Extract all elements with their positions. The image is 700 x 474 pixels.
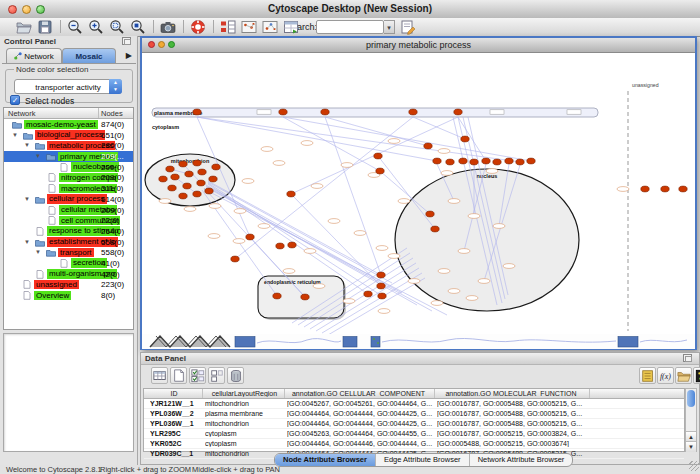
graph-node[interactable] — [159, 176, 167, 182]
table-row-YPL036W__2[interactable]: YPL036W__2plasma membrane[GO:0044464, GO… — [144, 409, 684, 419]
tree-row-cellular-metabo[interactable]: cellular metabo209(0) — [4, 205, 133, 216]
network-canvas[interactable]: plasma membranecytoplasmmitochondrionnuc… — [142, 53, 695, 349]
more-tabs-arrow-icon[interactable]: ▶ — [126, 51, 132, 60]
table-row-YKR052C[interactable]: YKR052Ccytoplasm[GO:0044464, GO:0044446,… — [144, 439, 684, 449]
column-divider[interactable] — [589, 389, 590, 398]
zoom-fit-button[interactable] — [130, 19, 146, 35]
tree-column-divider[interactable] — [98, 108, 99, 118]
expand-arrow-icon[interactable]: ▼ — [12, 132, 18, 139]
graph-node[interactable] — [288, 242, 296, 248]
compartment-plasma-membrane[interactable] — [152, 108, 598, 117]
new-attribute-button[interactable] — [170, 367, 187, 384]
graph-node[interactable] — [661, 186, 669, 192]
graph-node[interactable] — [679, 186, 687, 192]
scroll-down-icon[interactable]: ▼ — [686, 441, 696, 452]
function-builder-button[interactable]: f(x) — [657, 367, 674, 384]
network-tree-header[interactable]: Network Nodes — [4, 108, 133, 119]
delete-attribute-button[interactable] — [227, 367, 244, 384]
graph-node[interactable] — [426, 211, 434, 217]
expand-arrow-icon[interactable]: ▼ — [24, 142, 30, 149]
tab-network[interactable]: Network — [6, 48, 62, 63]
graph-node[interactable] — [482, 158, 490, 164]
graph-node[interactable] — [364, 291, 372, 297]
tree-row-nitrogen-compo[interactable]: nitrogen compo209(0) — [4, 172, 133, 183]
graph-node[interactable] — [378, 293, 386, 299]
column-header-2[interactable]: annotation.GO CELLULAR_COMPONENT — [284, 390, 433, 397]
notes-button[interactable] — [639, 367, 656, 384]
node-attributes-button[interactable] — [220, 19, 236, 35]
search-config-button[interactable] — [400, 19, 416, 35]
window-titlebar[interactable]: Cytoscape Desktop (New Session) — [0, 0, 700, 19]
graph-node[interactable] — [446, 159, 454, 165]
tree-row-establishment-of-lo[interactable]: ▼establishment of lo558(0) — [4, 237, 133, 248]
tree-row-response-to-stimulu[interactable]: response to stimulu264(0) — [4, 226, 133, 237]
tree-row-multi-organism-pro[interactable]: multi-organism pro42(0) — [4, 269, 133, 280]
expand-arrow-icon[interactable]: ▼ — [24, 239, 30, 246]
graph-node[interactable] — [374, 153, 382, 159]
search-input[interactable] — [316, 20, 384, 34]
open-session-button[interactable] — [16, 19, 32, 35]
table-scrollbar[interactable]: ▲ ▼ — [685, 388, 697, 452]
tree-row-primary-metabo[interactable]: ▼primary metabo209(... — [4, 151, 133, 162]
table-row-YJR121W__1[interactable]: YJR121W__1mitochondrion[GO:0045267, GO:0… — [144, 399, 684, 409]
scrollbar-thumb[interactable] — [687, 390, 695, 407]
graph-node[interactable] — [185, 171, 193, 177]
graph-node[interactable] — [279, 109, 287, 115]
graph-node[interactable] — [193, 109, 201, 115]
tree-row-macromolecule[interactable]: macromolecule311(0) — [4, 183, 133, 194]
graph-node[interactable] — [287, 191, 295, 197]
graph-node[interactable] — [516, 159, 524, 165]
graph-node[interactable] — [246, 234, 254, 240]
tree-row-cell-communicat[interactable]: cell communicat22(0) — [4, 215, 133, 226]
float-panel-icon[interactable] — [122, 37, 131, 45]
expand-arrow-icon[interactable]: ▼ — [24, 196, 30, 203]
graph-node[interactable] — [276, 243, 284, 249]
graph-node[interactable] — [454, 109, 462, 115]
snapshot-button[interactable] — [160, 19, 176, 35]
graph-node[interactable] — [166, 166, 174, 172]
graph-node[interactable] — [641, 186, 649, 192]
zoom-in-button[interactable] — [88, 19, 104, 35]
table-row-YLR295C[interactable]: YLR295Ccytoplasm[GO:0045263, GO:0044464,… — [144, 429, 684, 439]
network-view-titlebar[interactable]: primary metabolic process — [142, 38, 695, 53]
graph-node[interactable] — [209, 176, 217, 182]
data-panel-float-icon[interactable] — [683, 354, 692, 362]
network-graph[interactable]: plasma membranecytoplasmmitochondrionnuc… — [142, 53, 695, 349]
graph-node[interactable] — [183, 183, 191, 189]
graph-node[interactable] — [321, 109, 329, 115]
select-attributes-button[interactable] — [189, 367, 206, 384]
tree-row-secretion[interactable]: secretion41(0) — [4, 258, 133, 269]
tree-row-mosaic-demo-yeast[interactable]: mosaic-demo-yeast874(0) — [4, 119, 133, 130]
graph-node[interactable] — [193, 160, 201, 166]
tree-row-nucleobase-[interactable]: nucleobase-209(0) — [4, 162, 133, 173]
graph-node[interactable] — [431, 226, 439, 232]
column-header-1[interactable]: _cellularLayoutRegion — [202, 390, 283, 397]
tree-row-unassigned[interactable]: unassigned223(0) — [4, 279, 133, 290]
column-header-3[interactable]: annotation.GO MOLECULAR_FUNCTION — [434, 390, 588, 397]
tree-row-biological-process[interactable]: ▼biological_process651(0) — [4, 130, 133, 141]
tree-column-nodes[interactable]: Nodes — [101, 109, 123, 118]
graph-node[interactable] — [424, 143, 432, 149]
graph-node[interactable] — [197, 180, 205, 186]
graph-node[interactable] — [168, 185, 176, 191]
network-overview-alt-button[interactable] — [262, 19, 278, 35]
graph-node[interactable] — [377, 283, 385, 289]
attribute-grid-button[interactable] — [151, 367, 168, 384]
tree-row-transport[interactable]: ▼transport558(0) — [4, 247, 133, 258]
unselect-attributes-button[interactable] — [208, 367, 225, 384]
birds-eye-view[interactable] — [3, 333, 134, 452]
graph-node[interactable] — [212, 164, 220, 170]
tree-row-metabolic-process[interactable]: ▼metabolic process280(0) — [4, 140, 133, 151]
graph-node[interactable] — [301, 294, 309, 300]
zoom-out-button[interactable] — [67, 19, 83, 35]
graph-node[interactable] — [171, 174, 179, 180]
graph-node[interactable] — [231, 256, 239, 262]
graph-node[interactable] — [470, 159, 478, 165]
graph-node[interactable] — [493, 159, 501, 165]
expand-arrow-icon[interactable]: ▼ — [35, 249, 41, 256]
graph-node[interactable] — [433, 158, 441, 164]
column-header-0[interactable]: ID — [147, 390, 201, 397]
resize-grip[interactable] — [689, 461, 699, 471]
graph-node[interactable] — [205, 188, 213, 194]
help-button[interactable] — [190, 19, 206, 35]
